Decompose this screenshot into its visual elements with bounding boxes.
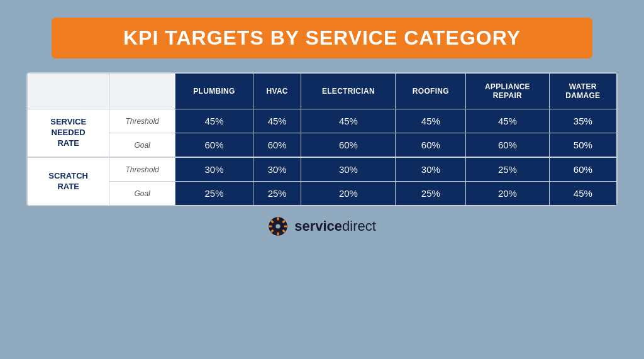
svg-rect-3 xyxy=(277,233,279,236)
svg-rect-5 xyxy=(284,225,287,227)
brand-footer: servicedirect xyxy=(268,216,376,236)
header-plumbing: PLUMBING xyxy=(175,74,253,109)
cell-sr-plumbing-goal: 25% xyxy=(175,182,253,206)
brand-name: servicedirect xyxy=(294,218,376,235)
sublabel-threshold-2: Threshold xyxy=(109,157,175,182)
cell-sr-appliance-threshold: 25% xyxy=(466,157,549,182)
table-row: SCRATCHRATE Threshold 30% 30% 30% 30% 25… xyxy=(28,157,617,182)
cell-sr-appliance-goal: 20% xyxy=(466,182,549,206)
header-roofing: ROOFING xyxy=(396,74,466,109)
header-appliance-repair: APPLIANCEREPAIR xyxy=(466,74,549,109)
gear-icon xyxy=(268,216,288,236)
header-empty-1 xyxy=(28,74,109,109)
cell-snr-water-threshold: 35% xyxy=(549,109,616,133)
cell-snr-plumbing-threshold: 45% xyxy=(175,109,253,133)
svg-rect-4 xyxy=(269,225,272,227)
brand-name-light: direct xyxy=(342,218,376,234)
brand-name-bold: service xyxy=(294,218,342,234)
table-header-row: PLUMBING HVAC ELECTRICIAN ROOFING APPLIA… xyxy=(28,74,617,109)
header-electrician: ELECTRICIAN xyxy=(301,74,396,109)
category-scratch-rate: SCRATCHRATE xyxy=(28,157,109,206)
cell-snr-electrician-goal: 60% xyxy=(301,133,396,158)
header-water-damage: WATERDAMAGE xyxy=(549,74,616,109)
cell-sr-plumbing-threshold: 30% xyxy=(175,157,253,182)
title-banner: KPI TARGETS BY SERVICE CATEGORY xyxy=(52,18,592,58)
page-title: KPI TARGETS BY SERVICE CATEGORY xyxy=(70,26,574,50)
header-empty-2 xyxy=(109,74,175,109)
cell-snr-water-goal: 50% xyxy=(549,133,616,158)
cell-sr-hvac-goal: 25% xyxy=(253,182,301,206)
cell-snr-plumbing-goal: 60% xyxy=(175,133,253,158)
cell-snr-roofing-threshold: 45% xyxy=(396,109,466,133)
cell-sr-electrician-goal: 20% xyxy=(301,182,396,206)
cell-snr-appliance-goal: 60% xyxy=(466,133,549,158)
table-row: Goal 60% 60% 60% 60% 60% 50% xyxy=(28,133,617,158)
table-row: SERVICENEEDEDRATE Threshold 45% 45% 45% … xyxy=(28,109,617,133)
cell-snr-appliance-threshold: 45% xyxy=(466,109,549,133)
sublabel-threshold-1: Threshold xyxy=(109,109,175,133)
cell-sr-hvac-threshold: 30% xyxy=(253,157,301,182)
cell-sr-roofing-threshold: 30% xyxy=(396,157,466,182)
cell-sr-water-goal: 45% xyxy=(549,182,616,206)
header-hvac: HVAC xyxy=(253,74,301,109)
cell-snr-electrician-threshold: 45% xyxy=(301,109,396,133)
svg-rect-2 xyxy=(277,218,279,221)
cell-sr-electrician-threshold: 30% xyxy=(301,157,396,182)
cell-snr-hvac-goal: 60% xyxy=(253,133,301,158)
cell-sr-water-threshold: 60% xyxy=(549,157,616,182)
cell-snr-roofing-goal: 60% xyxy=(396,133,466,158)
table-row: Goal 25% 25% 20% 25% 20% 45% xyxy=(28,182,617,206)
cell-snr-hvac-threshold: 45% xyxy=(253,109,301,133)
sublabel-goal-1: Goal xyxy=(109,133,175,158)
cell-sr-roofing-goal: 25% xyxy=(396,182,466,206)
svg-point-11 xyxy=(276,224,280,228)
sublabel-goal-2: Goal xyxy=(109,182,175,206)
kpi-table-wrapper: PLUMBING HVAC ELECTRICIAN ROOFING APPLIA… xyxy=(26,72,618,206)
category-service-needed: SERVICENEEDEDRATE xyxy=(28,109,109,158)
kpi-table: PLUMBING HVAC ELECTRICIAN ROOFING APPLIA… xyxy=(27,73,617,206)
